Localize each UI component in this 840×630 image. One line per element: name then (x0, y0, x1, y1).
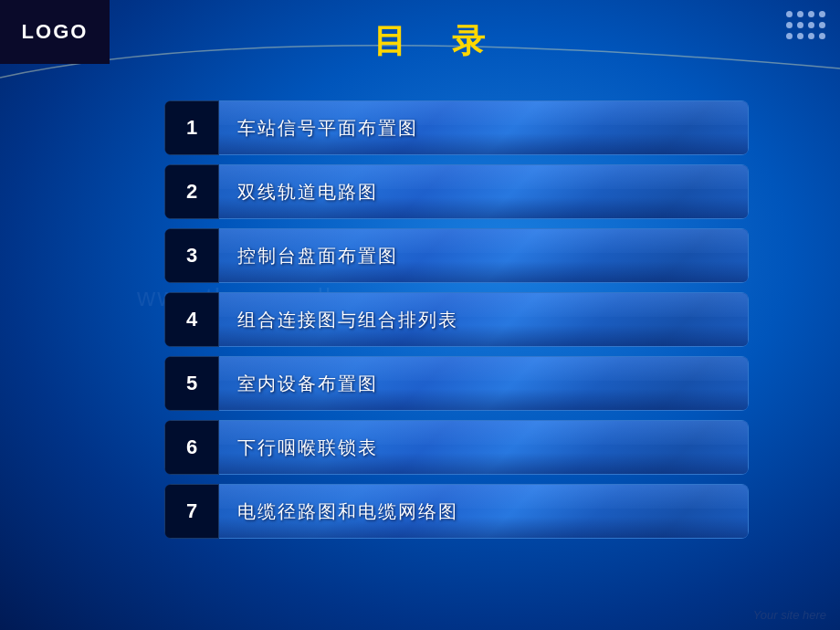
menu-container: 1车站信号平面布置图2双线轨道电路图3控制台盘面布置图4组合连接图与组合排列表5… (164, 100, 749, 539)
menu-label-4: 组合连接图与组合排列表 (237, 308, 458, 332)
menu-item-5[interactable]: 5室内设备布置图 (164, 356, 749, 411)
dot (808, 11, 814, 17)
menu-number-2: 2 (164, 164, 219, 219)
dot (786, 22, 793, 28)
menu-label-5: 室内设备布置图 (237, 372, 378, 396)
menu-label-wrapper-3: 控制台盘面布置图 (219, 228, 749, 283)
footer: Your site here (753, 606, 826, 623)
menu-number-7: 7 (164, 484, 219, 539)
logo-text: LOGO (22, 20, 89, 44)
dot (797, 33, 803, 39)
menu-label-6: 下行咽喉联锁表 (237, 436, 378, 460)
menu-item-3[interactable]: 3控制台盘面布置图 (164, 228, 749, 283)
dot (808, 22, 814, 28)
dot (786, 33, 793, 39)
menu-number-5: 5 (164, 356, 219, 411)
menu-number-1: 1 (164, 100, 219, 155)
menu-item-1[interactable]: 1车站信号平面布置图 (164, 100, 749, 155)
menu-label-wrapper-5: 室内设备布置图 (219, 356, 749, 411)
title-area: 目 录 (110, 9, 767, 73)
menu-label-1: 车站信号平面布置图 (237, 116, 418, 141)
menu-label-7: 电缆径路图和电缆网络图 (237, 499, 458, 524)
menu-label-wrapper-1: 车站信号平面布置图 (219, 100, 749, 155)
dot (797, 11, 803, 17)
dot (786, 11, 793, 17)
menu-number-3: 3 (164, 228, 219, 283)
dot (819, 33, 825, 39)
menu-item-7[interactable]: 7电缆径路图和电缆网络图 (164, 484, 749, 539)
logo-area: LOGO (0, 0, 110, 64)
dot (797, 22, 803, 28)
menu-label-2: 双线轨道电路图 (237, 180, 378, 205)
dot (819, 22, 825, 28)
menu-item-6[interactable]: 6下行咽喉联锁表 (164, 420, 749, 475)
menu-item-2[interactable]: 2双线轨道电路图 (164, 164, 749, 219)
menu-label-wrapper-6: 下行咽喉联锁表 (219, 420, 749, 475)
menu-item-4[interactable]: 4组合连接图与组合排列表 (164, 292, 749, 347)
dot (819, 11, 825, 17)
dot (808, 33, 814, 39)
menu-label-wrapper-4: 组合连接图与组合排列表 (219, 292, 749, 347)
dot-grid-decoration (786, 11, 826, 40)
main-title: 目 录 (373, 19, 503, 64)
menu-label-3: 控制台盘面布置图 (237, 244, 398, 268)
menu-number-4: 4 (164, 292, 219, 347)
menu-number-6: 6 (164, 420, 219, 475)
footer-site-text: Your site here (753, 608, 826, 622)
menu-label-wrapper-2: 双线轨道电路图 (219, 164, 749, 219)
menu-label-wrapper-7: 电缆径路图和电缆网络图 (219, 484, 749, 539)
